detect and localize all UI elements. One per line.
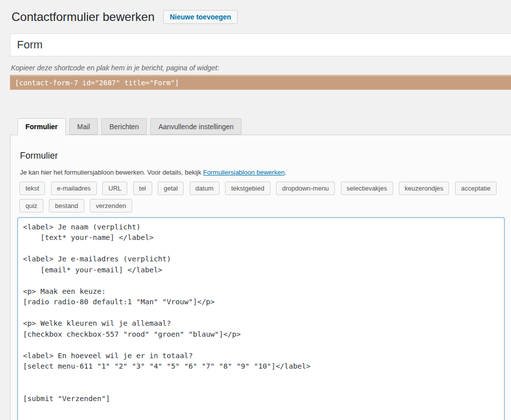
tag-button-acceptatie[interactable]: acceptatie bbox=[455, 182, 497, 195]
shortcode-description: Kopieer deze shortcode en plak hem in je… bbox=[11, 64, 511, 72]
panel-description: Je kan hier het formuliersjabloon bewerk… bbox=[20, 169, 505, 176]
tag-button-getal[interactable]: getal bbox=[158, 182, 184, 195]
form-title-input[interactable] bbox=[10, 33, 511, 56]
panel-description-period: . bbox=[284, 169, 286, 176]
tag-button-e-mailadres[interactable]: e-mailadres bbox=[51, 182, 97, 195]
tag-generator-buttons: tekst e-mailadres URL tel getal datum te… bbox=[19, 182, 505, 216]
tab-mail[interactable]: Mail bbox=[69, 118, 98, 135]
tag-button-quiz[interactable]: quiz bbox=[19, 199, 43, 212]
page-title: Contactformulier bewerken bbox=[11, 10, 155, 24]
tab-aanvullende-instellingen[interactable]: Aanvullende instellingen bbox=[150, 118, 242, 135]
form-editor-panel: Formulier Je kan hier het formuliersjabl… bbox=[10, 135, 511, 420]
tag-button-dropdown-menu[interactable]: dropdown-menu bbox=[276, 182, 335, 195]
tag-button-url[interactable]: URL bbox=[102, 182, 127, 195]
form-template-textarea[interactable]: <label> Je naam (verplicht) [text* your-… bbox=[17, 217, 505, 420]
tag-button-bestand[interactable]: bestand bbox=[49, 199, 84, 212]
page-header: Contactformulier bewerken Nieuwe toevoeg… bbox=[11, 10, 511, 24]
panel-description-text: Je kan hier het formuliersjabloon bewerk… bbox=[20, 169, 203, 176]
tag-button-keuzerondjes[interactable]: keuzerondjes bbox=[399, 182, 449, 195]
tab-berichten[interactable]: Berichten bbox=[101, 118, 147, 135]
editor-tabs: Formulier Mail Berichten Aanvullende ins… bbox=[17, 118, 511, 135]
panel-heading: Formulier bbox=[20, 151, 505, 161]
tag-button-datum[interactable]: datum bbox=[190, 182, 220, 195]
tag-button-tekst[interactable]: tekst bbox=[19, 182, 45, 195]
tag-button-tel[interactable]: tel bbox=[133, 182, 152, 195]
shortcode-input[interactable] bbox=[10, 75, 511, 90]
add-new-button[interactable]: Nieuwe toevoegen bbox=[163, 10, 238, 24]
formuliersjabloon-bewerken-link[interactable]: Formuliersjabloon bewerken bbox=[203, 169, 284, 176]
admin-page: Contactformulier bewerken Nieuwe toevoeg… bbox=[0, 0, 511, 420]
tab-formulier[interactable]: Formulier bbox=[17, 118, 66, 135]
tag-button-tekstgebied[interactable]: tekstgebied bbox=[225, 182, 270, 195]
tag-button-selectievakjes[interactable]: selectievakjes bbox=[341, 182, 393, 195]
tag-button-verzenden[interactable]: verzenden bbox=[90, 199, 132, 212]
